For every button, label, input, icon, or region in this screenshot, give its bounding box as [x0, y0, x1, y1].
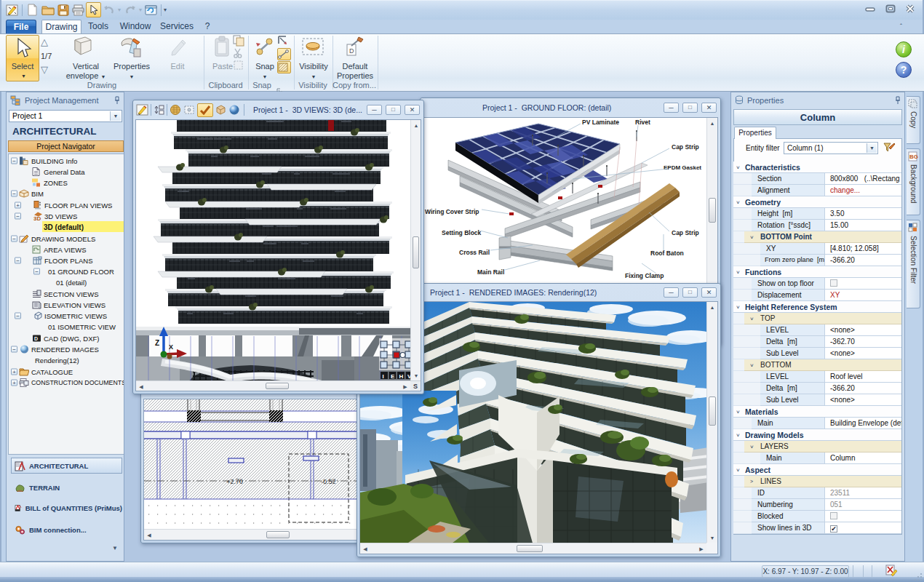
svg-text:E: E	[391, 373, 395, 380]
svg-text:X: X	[169, 343, 173, 351]
svg-text:Wiring Cover Strip: Wiring Cover Strip	[425, 208, 479, 215]
svg-text:H: H	[399, 373, 404, 380]
svg-text:D: D	[349, 47, 354, 55]
svg-text:Cap Strip: Cap Strip	[672, 143, 699, 151]
svg-text:I: I	[383, 373, 384, 380]
svg-text:BG: BG	[909, 154, 918, 160]
svg-text:-0.52: -0.52	[321, 478, 336, 486]
svg-text:D: D	[34, 336, 38, 341]
svg-text:Cap Strip: Cap Strip	[672, 229, 699, 236]
svg-text:Main Rail: Main Rail	[477, 268, 504, 276]
svg-text:Fixing Clamp: Fixing Clamp	[625, 272, 664, 279]
svg-text:Cross Rail: Cross Rail	[459, 249, 490, 256]
svg-text:Roof Baton: Roof Baton	[650, 250, 684, 257]
svg-text:3D: 3D	[33, 215, 41, 220]
svg-text:Z: Z	[155, 339, 159, 347]
svg-text:+2.70: +2.70	[226, 477, 243, 485]
svg-text:EPDM Gasket: EPDM Gasket	[664, 164, 701, 171]
svg-text:Rivet: Rivet	[635, 119, 650, 126]
svg-text:PV Laminate: PV Laminate	[582, 119, 619, 126]
svg-text:Setting Block: Setting Block	[442, 229, 482, 236]
